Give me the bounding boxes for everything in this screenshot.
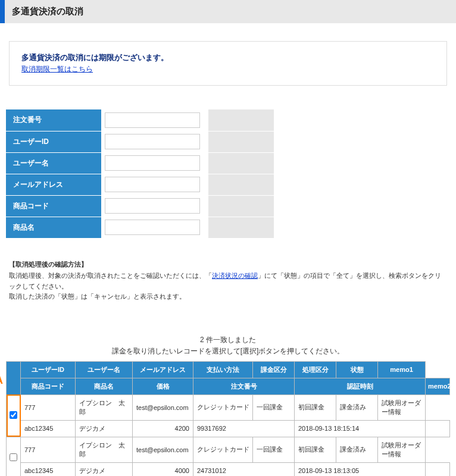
settlement-status-link[interactable]: 決済状況の確認	[212, 272, 258, 279]
search-form-pad	[208, 174, 274, 195]
page-title: 多通貨決済の取消	[0, 0, 456, 23]
th-status: 状態	[336, 361, 378, 378]
results-table: ユーザーID ユーザー名 メールアドレス 支払い方法 課金区分 処理区分 状態 …	[6, 361, 450, 476]
user-id-input[interactable]	[105, 134, 200, 149]
user-name-label: ユーザー名	[6, 152, 101, 174]
cell-pay-method: クレジットカード	[193, 394, 253, 420]
result-count: 2 件一致しました	[0, 335, 456, 345]
cell-user-id: 777	[21, 437, 76, 462]
cell-user-name: イプシロン 太郎	[76, 437, 133, 462]
cell-charge-type: 一回課金	[253, 437, 295, 462]
record-checkbox-cell	[7, 394, 21, 437]
cell-memo1: 試験用オーダー情報	[378, 394, 426, 420]
order-number-label: 注文番号	[6, 109, 101, 131]
cell-process-type: 初回課金	[295, 394, 336, 420]
th-user-id: ユーザーID	[21, 361, 76, 378]
notice-title: 多通貨決済の取消には期限がございます。	[21, 52, 435, 63]
th-price: 価格	[133, 378, 193, 394]
cell-process-type: 初回課金	[295, 437, 336, 462]
notice-box: 多通貨決済の取消には期限がございます。 取消期限一覧はこちら	[9, 41, 447, 86]
search-form-pad	[208, 217, 274, 238]
th-memo1: memo1	[378, 361, 426, 378]
cell-auth-time: 2018-09-13 18:15:14	[295, 420, 426, 437]
th-blank	[7, 361, 21, 394]
search-form-pad	[208, 109, 274, 131]
cell-order-no: 99317692	[193, 420, 295, 437]
mail-input[interactable]	[105, 177, 200, 192]
cell-mail: test@epsilon.com	[133, 394, 193, 420]
search-form-pad	[208, 131, 274, 152]
cell-charge-type: 一回課金	[253, 394, 295, 420]
product-code-input[interactable]	[105, 198, 200, 214]
search-form: 注文番号 ユーザーID ユーザー名 メールアドレス 商品コード 商品名	[6, 109, 274, 239]
order-number-input[interactable]	[105, 112, 200, 128]
mail-label: メールアドレス	[6, 174, 101, 195]
cell-product-name: デジカメ	[76, 462, 133, 476]
th-mail: メールアドレス	[133, 361, 193, 378]
cell-product-name: デジカメ	[76, 420, 133, 437]
cell-memo2	[426, 420, 450, 437]
cell-product-code: abc12345	[21, 462, 76, 476]
product-code-label: 商品コード	[6, 195, 101, 217]
annotation-a: A	[0, 374, 3, 387]
th-user-name: ユーザー名	[76, 361, 133, 378]
search-form-pad	[208, 195, 274, 217]
cell-pay-method: クレジットカード	[193, 437, 253, 462]
instructions-title: 【取消処理後の確認方法】	[9, 259, 447, 270]
user-id-label: ユーザーID	[6, 131, 101, 152]
th-order-no: 注文番号	[193, 378, 295, 394]
cell-status: 課金済み	[336, 394, 378, 420]
cell-user-id: 777	[21, 394, 76, 420]
cell-status: 課金済み	[336, 437, 378, 462]
th-memo2: memo2	[426, 378, 450, 394]
cell-memo1: 試験用オーダー情報	[378, 437, 426, 462]
product-name-input[interactable]	[105, 220, 200, 235]
cancellation-deadline-link[interactable]: 取消期限一覧はこちら	[21, 65, 93, 73]
th-process-type: 処理区分	[295, 361, 336, 378]
record-checkbox[interactable]	[10, 453, 17, 461]
cell-user-name: イプシロン 太郎	[76, 394, 133, 420]
cell-auth-time: 2018-09-13 18:13:05	[295, 462, 426, 476]
th-product-code: 商品コード	[21, 378, 76, 394]
product-name-label: 商品名	[6, 217, 101, 238]
record-checkbox-cell	[7, 437, 21, 476]
cell-order-no: 24731012	[193, 462, 295, 476]
th-product-name: 商品名	[76, 378, 133, 394]
th-charge-type: 課金区分	[253, 361, 295, 378]
cell-price: 4000	[133, 462, 193, 476]
cell-mail: test@epsilon.com	[133, 437, 193, 462]
cell-memo2	[426, 462, 450, 476]
record-checkbox[interactable]	[10, 411, 17, 419]
instructions: 【取消処理後の確認方法】 取消処理後、対象の決済が取消されたことをご確認いただく…	[9, 259, 447, 302]
search-form-pad	[208, 152, 274, 174]
th-auth-time: 認証時刻	[295, 378, 426, 394]
user-name-input[interactable]	[105, 155, 200, 171]
th-pay-method: 支払い方法	[193, 361, 253, 378]
cell-price: 4200	[133, 420, 193, 437]
result-hint: 課金を取り消したいレコードを選択して[選択]ボタンを押してください。	[0, 346, 456, 356]
cell-product-code: abc12345	[21, 420, 76, 437]
instructions-line1: 取消処理後、対象の決済が取消されたことをご確認いただくには、「決済状況の確認」に…	[9, 271, 447, 292]
instructions-line2: 取消した決済の「状態」は「キャンセル」と表示されます。	[9, 292, 447, 302]
